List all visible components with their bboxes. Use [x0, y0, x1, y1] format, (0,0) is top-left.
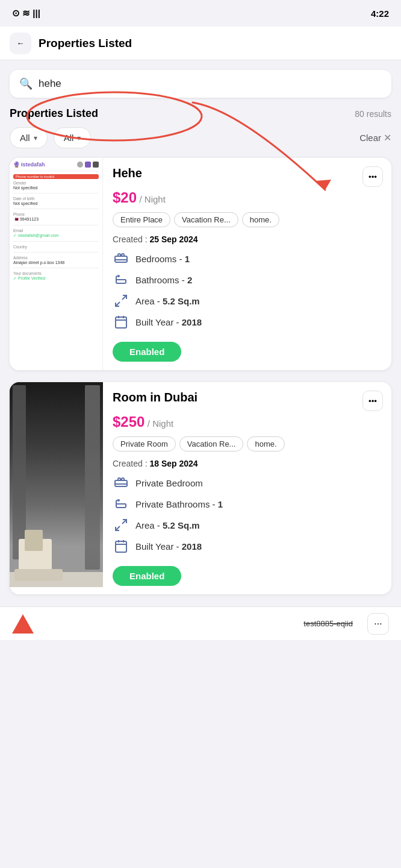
card-screenshot-panel: 🔮 Istedafah Phone number is invalid Gend… — [10, 158, 103, 370]
card-menu-button-2[interactable]: ••• — [362, 391, 383, 411]
tag-1-2: Vacation Re... — [174, 212, 238, 227]
status-bar: ⊙ ≋ ||| 4:22 — [0, 0, 401, 27]
bed-icon-1 — [113, 250, 129, 267]
svg-point-1 — [118, 275, 119, 277]
bed-icon-2 — [113, 474, 129, 491]
bedrooms-row-2: Private Bedroom — [113, 474, 383, 491]
bathrooms-row-2: Private Bathrooms - 1 — [113, 495, 383, 512]
builtyear-text-2: Built Year - 2018 — [135, 541, 202, 552]
svg-line-2 — [122, 295, 126, 300]
filter-dropdown-1[interactable]: All ▾ — [10, 127, 48, 148]
status-left: ⊙ ≋ ||| — [12, 8, 40, 19]
area-text-2: Area - 5.2 Sq.m — [135, 520, 200, 530]
section-title: Properties Listed — [10, 107, 98, 120]
status-time: 4:22 — [371, 8, 389, 19]
svg-line-3 — [116, 302, 120, 306]
price-row-2: $250 / Night — [113, 414, 383, 430]
tag-2-3: home. — [247, 436, 284, 451]
bedrooms-text-1: Bedrooms - 1 — [135, 254, 190, 264]
enabled-badge-2[interactable]: Enabled — [113, 566, 181, 586]
back-button[interactable]: ← — [10, 33, 31, 54]
card-body-2: Room in Dubai ••• $250 / Night Private R… — [103, 382, 391, 594]
enabled-badge-1[interactable]: Enabled — [113, 342, 181, 362]
screenshot-logo: 🔮 Istedafah — [13, 162, 99, 168]
tag-1-3: home. — [242, 212, 279, 227]
chevron-down-icon: ▾ — [34, 134, 37, 142]
bottom-dots-button[interactable]: ··· — [367, 613, 389, 635]
status-icons: ⊙ ≋ ||| — [12, 8, 40, 19]
screenshot-badge: Phone number is invalid — [13, 174, 99, 179]
bathrooms-text-2: Private Bathrooms - 1 — [135, 499, 223, 509]
tag-2-2: Vacation Re... — [179, 436, 244, 451]
three-dots-icon-1: ••• — [368, 172, 377, 181]
header: ← Properties Listed — [0, 27, 401, 60]
area-icon-1 — [113, 292, 129, 309]
created-date-1: 25 Sep 2024 — [149, 234, 197, 244]
search-container: 🔍 — [10, 70, 391, 98]
room-image-2 — [10, 382, 103, 587]
bath-icon-2 — [113, 495, 129, 512]
clear-label: Clear — [359, 133, 381, 143]
created-date-2: 18 Sep 2024 — [149, 459, 197, 468]
svg-line-10 — [122, 520, 126, 524]
card-header-row-2: Room in Dubai ••• — [113, 391, 383, 411]
filter-2-label: All — [64, 133, 74, 143]
bottom-dots-icon: ··· — [374, 618, 382, 629]
card-menu-button-1[interactable]: ••• — [362, 166, 383, 187]
card-header-row-1: Hehe ••• — [113, 166, 383, 187]
area-row-1: Area - 5.2 Sq.m — [113, 292, 383, 309]
bottom-center-text: test8885-eqiid — [303, 619, 353, 628]
builtyear-text-1: Built Year - 2018 — [135, 317, 202, 327]
card-name-1: Hehe — [113, 166, 142, 180]
bottom-triangle-icon — [12, 614, 34, 634]
section-header: Properties Listed 80 results — [10, 107, 391, 120]
area-icon-2 — [113, 517, 129, 533]
svg-point-9 — [118, 500, 119, 501]
bathrooms-text-1: Bathrooms - 2 — [135, 275, 192, 285]
builtyear-row-2: Built Year - 2018 — [113, 538, 383, 555]
created-row-1: Created : 25 Sep 2024 — [113, 234, 383, 244]
filter-row: All ▾ All ▾ Clear ✕ — [10, 127, 391, 148]
price-amount-2: $250 — [113, 414, 145, 430]
tags-row-1: Entire Place Vacation Re... home. — [113, 212, 383, 227]
tag-1-1: Entire Place — [113, 212, 170, 227]
svg-rect-12 — [116, 541, 126, 552]
back-icon: ← — [16, 39, 24, 48]
screenshot-content: 🔮 Istedafah Phone number is invalid Gend… — [10, 158, 102, 370]
filter-dropdown-2[interactable]: All ▾ — [54, 127, 92, 148]
area-row-2: Area - 5.2 Sq.m — [113, 517, 383, 533]
chevron-down-icon-2: ▾ — [77, 134, 81, 142]
main-content: 🔍 Properties Listed 80 results All ▾ All… — [0, 60, 401, 594]
bathrooms-row-1: Bathrooms - 2 — [113, 271, 383, 288]
created-row-2: Created : 18 Sep 2024 — [113, 459, 383, 468]
price-amount-1: $20 — [113, 189, 137, 206]
bath-icon-1 — [113, 271, 129, 288]
property-card-2: Room in Dubai ••• $250 / Night Private R… — [10, 382, 391, 594]
filter-1-label: All — [20, 133, 30, 143]
svg-line-11 — [116, 526, 120, 530]
property-card-1: 🔮 Istedafah Phone number is invalid Gend… — [10, 158, 391, 370]
calendar-icon-2 — [113, 538, 129, 555]
clear-button[interactable]: Clear ✕ — [359, 130, 391, 146]
three-dots-icon-2: ••• — [368, 397, 377, 406]
card-body-1: Hehe ••• $20 / Night Entire Place Vacati… — [103, 158, 391, 370]
bedrooms-row-1: Bedrooms - 1 — [113, 250, 383, 267]
svg-rect-4 — [116, 317, 126, 328]
card-name-2: Room in Dubai — [113, 391, 197, 404]
results-count: 80 results — [355, 109, 391, 119]
calendar-icon-1 — [113, 313, 129, 330]
price-unit-2: / Night — [148, 418, 173, 429]
tags-row-2: Private Room Vacation Re... home. — [113, 436, 383, 451]
area-text-1: Area - 5.2 Sq.m — [135, 296, 200, 306]
price-unit-1: / Night — [140, 194, 166, 204]
price-row-1: $20 / Night — [113, 189, 383, 206]
clear-x-icon: ✕ — [384, 132, 391, 143]
tag-2-1: Private Room — [113, 436, 176, 451]
header-title: Properties Listed — [39, 37, 132, 50]
bottom-bar: test8885-eqiid ··· — [0, 606, 401, 640]
bedrooms-text-2: Private Bedroom — [135, 478, 203, 488]
search-input[interactable] — [39, 78, 382, 90]
builtyear-row-1: Built Year - 2018 — [113, 313, 383, 330]
card-inner-2: Room in Dubai ••• $250 / Night Private R… — [10, 382, 391, 594]
card-inner-1: 🔮 Istedafah Phone number is invalid Gend… — [10, 158, 391, 370]
